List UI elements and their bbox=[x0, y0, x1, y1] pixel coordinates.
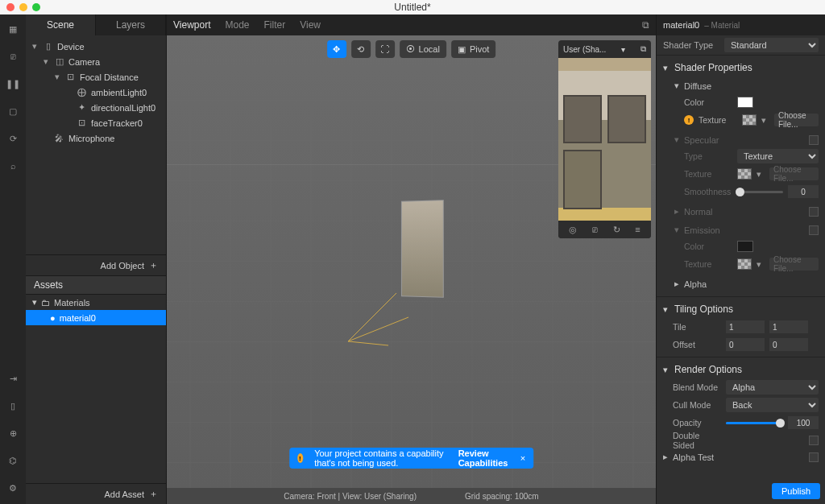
texture-swatch-icon[interactable] bbox=[737, 258, 752, 270]
toast-close-icon[interactable]: × bbox=[520, 453, 525, 463]
render-header[interactable]: ▾Render Options bbox=[657, 361, 825, 378]
emission-checkbox[interactable] bbox=[809, 225, 819, 235]
warning-icon: ! bbox=[684, 115, 694, 125]
tab-viewport[interactable]: Viewport bbox=[173, 19, 210, 31]
tile-y-input[interactable] bbox=[769, 320, 808, 333]
tab-view[interactable]: View bbox=[300, 19, 321, 31]
tool-move[interactable]: ✥ bbox=[327, 40, 346, 58]
texture-swatch-icon[interactable] bbox=[737, 168, 752, 180]
emission-color-swatch[interactable] bbox=[737, 241, 753, 252]
tree-node-facetracker[interactable]: ⊡faceTracker0 bbox=[26, 115, 166, 130]
assets-panel: ▾🗀Materials ●material0 Add Asset＋ bbox=[26, 295, 166, 504]
diffuse-header[interactable]: ▾Diffuse bbox=[668, 78, 825, 93]
tool-rotate[interactable]: ⟲ bbox=[351, 40, 371, 58]
preview-header[interactable]: User (Sha...▾⧉ bbox=[558, 40, 651, 58]
tree-node-camera[interactable]: ▾◫Camera bbox=[26, 54, 166, 69]
scene-plane[interactable] bbox=[401, 200, 444, 298]
rail-search-icon[interactable]: ⌕ bbox=[6, 159, 19, 172]
smoothness-slider[interactable] bbox=[737, 191, 783, 193]
rail-camera-icon[interactable]: ⎚ bbox=[6, 50, 19, 63]
svg-line-0 bbox=[348, 293, 396, 341]
tree-node-ambient[interactable]: ⨁ambientLight0 bbox=[26, 85, 166, 100]
specular-type-select[interactable]: Texture bbox=[737, 149, 819, 163]
camera-icon: ◫ bbox=[54, 56, 64, 67]
rail-refresh-icon[interactable]: ⟳ bbox=[6, 132, 19, 145]
rail-add-icon[interactable]: ⊕ bbox=[6, 427, 19, 440]
offset-x-input[interactable] bbox=[726, 338, 765, 351]
tree-node-focal[interactable]: ▾⊡Focal Distance bbox=[26, 69, 166, 85]
viewport-3d[interactable]: ✥ ⟲ ⛶ ⦿Local ▣Pivot User (Sha...▾⧉ ◎ ⎚ ↻… bbox=[167, 35, 656, 488]
blend-mode-select[interactable]: Alpha bbox=[726, 380, 819, 395]
prev-camera-icon[interactable]: ⎚ bbox=[592, 225, 598, 234]
opacity-slider[interactable] bbox=[726, 422, 783, 424]
tree-node-mic[interactable]: 🎤︎Microphone bbox=[26, 130, 166, 146]
add-asset-button[interactable]: Add Asset＋ bbox=[26, 483, 166, 504]
opacity-value[interactable]: 100 bbox=[788, 416, 819, 429]
preview-image bbox=[558, 58, 651, 221]
normal-checkbox[interactable] bbox=[809, 207, 819, 217]
tree-node-directional[interactable]: ✦directionalLight0 bbox=[26, 100, 166, 115]
tree-node-device[interactable]: ▾▯Device bbox=[26, 39, 166, 54]
shader-type-select[interactable]: Standard bbox=[724, 38, 819, 52]
add-object-button[interactable]: Add Object＋ bbox=[26, 254, 166, 275]
status-grid: Grid spacing: 100cm bbox=[465, 492, 539, 501]
alpha-test-header[interactable]: ▸Alpha Test bbox=[657, 449, 825, 465]
rail-pause-icon[interactable]: ❚❚ bbox=[6, 77, 19, 90]
popout-icon[interactable]: ⧉ bbox=[641, 44, 646, 54]
inspector-panel: material0 – Material Shader Type Standar… bbox=[656, 14, 825, 504]
zoom-window[interactable] bbox=[32, 3, 40, 11]
status-camera: Camera: Front | View: User (Sharing) bbox=[284, 492, 417, 501]
rail-phone-icon[interactable]: ▯ bbox=[6, 399, 19, 412]
rail-bug-icon[interactable]: ⌬ bbox=[6, 454, 19, 467]
offset-y-input[interactable] bbox=[769, 338, 808, 351]
prev-record-icon[interactable]: ◎ bbox=[569, 225, 577, 235]
asset-material0[interactable]: ●material0 bbox=[26, 310, 166, 325]
diffuse-choose-file[interactable]: Choose File... bbox=[774, 114, 819, 126]
rail-export-icon[interactable]: ⇥ bbox=[6, 372, 19, 385]
inspector-type: – Material bbox=[704, 21, 740, 30]
rail-settings-icon[interactable]: ⚙ bbox=[6, 481, 19, 494]
tab-mode[interactable]: Mode bbox=[225, 19, 249, 31]
tool-local[interactable]: ⦿Local bbox=[400, 40, 446, 58]
close-window[interactable] bbox=[6, 3, 15, 11]
device-preview: User (Sha...▾⧉ ◎ ⎚ ↻ ≡ bbox=[558, 40, 651, 238]
status-bar: Camera: Front | View: User (Sharing) Gri… bbox=[167, 488, 656, 504]
rail-layout-icon[interactable]: ▦ bbox=[6, 23, 19, 35]
toast-review-button[interactable]: Review Capabilities bbox=[458, 448, 509, 468]
emission-header[interactable]: ▾Emission bbox=[668, 222, 825, 238]
rail-rect-icon[interactable]: ▢ bbox=[6, 105, 19, 118]
left-rail: ▦ ⎚ ❚❚ ▢ ⟳ ⌕ ⇥ ▯ ⊕ ⌬ ⚙ bbox=[0, 14, 26, 504]
tile-x-input[interactable] bbox=[726, 320, 765, 333]
diffuse-color-swatch[interactable] bbox=[737, 97, 753, 108]
shader-properties-header[interactable]: ▾Shader Properties bbox=[657, 59, 825, 76]
specular-checkbox[interactable] bbox=[809, 135, 819, 145]
tool-scale[interactable]: ⛶ bbox=[375, 40, 395, 58]
tab-filter[interactable]: Filter bbox=[264, 19, 286, 31]
prev-reset-icon[interactable]: ↻ bbox=[613, 225, 620, 235]
viewport-tabs: Viewport Mode Filter View ⧉ bbox=[167, 14, 656, 35]
globe-icon: ⦿ bbox=[406, 44, 415, 54]
alpha-header[interactable]: ▸Alpha bbox=[668, 276, 825, 291]
tab-layers[interactable]: Layers bbox=[96, 14, 166, 35]
double-sided-checkbox[interactable] bbox=[809, 436, 819, 445]
tool-pivot[interactable]: ▣Pivot bbox=[451, 40, 495, 58]
prev-menu-icon[interactable]: ≡ bbox=[635, 225, 640, 234]
camera-frustum bbox=[340, 285, 412, 349]
specular-header[interactable]: ▾Specular bbox=[668, 132, 825, 147]
popout-icon[interactable]: ⧉ bbox=[642, 19, 649, 31]
cull-mode-select[interactable]: Back bbox=[726, 398, 819, 412]
normal-header[interactable]: ▸Normal bbox=[668, 204, 825, 219]
left-tabs: Scene Layers bbox=[26, 14, 166, 35]
light-icon: ⨁ bbox=[77, 87, 87, 97]
minimize-window[interactable] bbox=[19, 3, 27, 11]
smoothness-value[interactable]: 0 bbox=[788, 185, 819, 198]
texture-swatch-icon[interactable] bbox=[742, 114, 757, 126]
asset-folder-materials[interactable]: ▾🗀Materials bbox=[26, 295, 166, 310]
alpha-test-checkbox[interactable] bbox=[809, 452, 819, 462]
specular-choose-file[interactable]: Choose File... bbox=[769, 167, 819, 180]
chevron-down-icon[interactable]: ▾ bbox=[761, 115, 769, 126]
tab-scene[interactable]: Scene bbox=[26, 14, 96, 35]
emission-choose-file[interactable]: Choose File... bbox=[769, 258, 819, 271]
publish-button[interactable]: Publish bbox=[772, 483, 820, 499]
tiling-header[interactable]: ▾Tiling Options bbox=[657, 300, 825, 318]
